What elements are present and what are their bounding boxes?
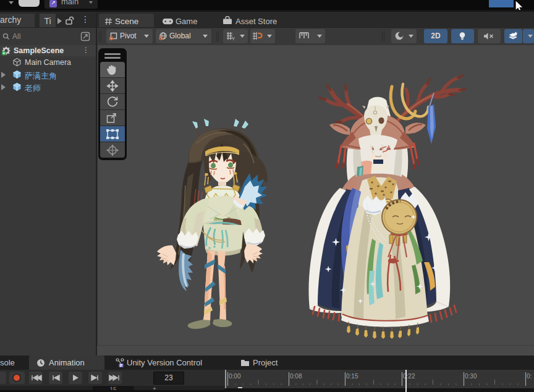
svg-text:Y: Y — [232, 36, 235, 41]
